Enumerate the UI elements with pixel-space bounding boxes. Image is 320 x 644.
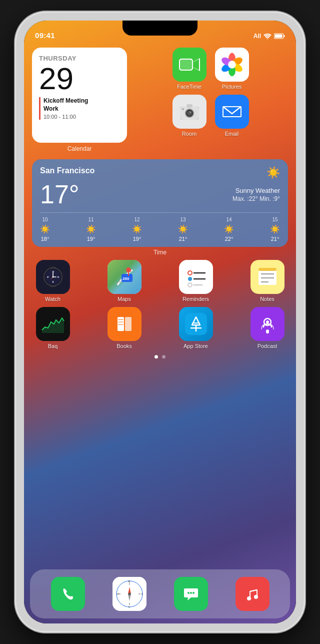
- dock-safari-icon[interactable]: N S W E: [112, 577, 146, 611]
- camera-wrap[interactable]: Room: [170, 95, 208, 137]
- mail-wrap[interactable]: Email: [213, 95, 250, 137]
- podcasts-label: Podcast: [258, 343, 278, 349]
- podcasts-wrap[interactable]: Podcast: [248, 307, 286, 349]
- forecast-hour-4: 14: [226, 217, 232, 222]
- weather-top: San Francisco ☀️: [40, 166, 280, 179]
- maps-wrap[interactable]: 280 Maps: [106, 260, 143, 302]
- svg-rect-18: [186, 104, 192, 108]
- svg-text:N: N: [128, 580, 130, 583]
- forecast-item-1: 11 ☀️ 19°: [86, 217, 96, 242]
- page-dot-2[interactable]: [162, 355, 166, 359]
- forecast-item-0: 10 ☀️ 18°: [40, 217, 50, 242]
- dock: N S W E: [30, 569, 290, 618]
- status-icons: All: [254, 33, 285, 40]
- weather-forecast: 10 ☀️ 18° 11 ☀️ 19° 12 ☀️ 19°: [40, 212, 280, 242]
- svg-point-23: [182, 108, 184, 110]
- svg-rect-3: [275, 35, 282, 38]
- svg-rect-8: [180, 60, 192, 70]
- weather-desc: Sunny Weather Max. :22° Min. :9°: [232, 187, 280, 202]
- stocks-label: Baq: [48, 343, 58, 349]
- dock-phone-icon[interactable]: [51, 577, 85, 611]
- facetime-wrap[interactable]: FaceTime: [170, 48, 208, 90]
- weather-widget[interactable]: San Francisco ☀️ 17° Sunny Weather Max. …: [32, 159, 288, 247]
- svg-text:W: W: [116, 592, 119, 595]
- svg-rect-63: [118, 319, 124, 320]
- forecast-icon-2: ☀️: [132, 224, 142, 234]
- forecast-hour-5: 15: [272, 217, 278, 222]
- weather-city: San Francisco: [40, 166, 94, 175]
- notes-icon[interactable]: [250, 260, 284, 294]
- battery-icon: [274, 33, 285, 39]
- app-row-2: 12 3 6 9 Watch: [32, 260, 288, 302]
- bottom-icon-row: Room: [133, 95, 288, 137]
- dock-music-icon[interactable]: [236, 577, 270, 611]
- svg-rect-24: [221, 104, 243, 120]
- books-icon[interactable]: [108, 307, 142, 341]
- calendar-event: Kickoff MeetingWork 10:00 - 11:00: [39, 97, 120, 120]
- books-label: Books: [116, 343, 132, 349]
- app-row-3: Baq: [32, 307, 288, 349]
- forecast-icon-0: ☀️: [40, 224, 50, 234]
- wallpaper: 09:41 All: [24, 21, 296, 623]
- facetime-icon[interactable]: [172, 48, 206, 82]
- stocks-wrap[interactable]: Baq: [34, 307, 72, 349]
- maps-label: Maps: [118, 296, 131, 302]
- forecast-icon-3: ☀️: [178, 224, 188, 234]
- forecast-hour-0: 10: [42, 217, 48, 222]
- svg-point-84: [128, 593, 130, 595]
- svg-point-0: [267, 38, 268, 39]
- watch-label: Watch: [45, 296, 60, 302]
- calendar-label: Calendar: [32, 145, 127, 152]
- svg-point-73: [266, 320, 269, 324]
- calendar-event-title: Kickoff MeetingWork: [44, 97, 120, 113]
- forecast-temp-1: 19°: [87, 236, 96, 242]
- watch-icon[interactable]: 12 3 6 9: [36, 260, 70, 294]
- stocks-icon[interactable]: [36, 307, 70, 341]
- forecast-hour-1: 11: [88, 217, 94, 222]
- weather-condition: Sunny Weather: [232, 187, 280, 194]
- facetime-label: FaceTime: [177, 84, 202, 90]
- svg-point-15: [228, 61, 236, 69]
- weather-sun-icon: ☀️: [266, 166, 280, 179]
- calendar-widget[interactable]: THURSDAY 29 Kickoff MeetingWork 10:00 - …: [32, 48, 127, 143]
- forecast-temp-0: 18°: [41, 236, 50, 242]
- photos-wrap[interactable]: Pictures: [213, 48, 250, 90]
- appstore-label: App Store: [184, 343, 208, 349]
- weather-minmax: Max. :22° Min. :9°: [232, 195, 280, 202]
- maps-icon[interactable]: 280: [108, 260, 142, 294]
- svg-rect-62: [125, 317, 132, 331]
- camera-icon[interactable]: [172, 95, 206, 129]
- svg-rect-66: [185, 313, 207, 335]
- appstore-icon[interactable]: [179, 307, 213, 341]
- time-label: Time: [32, 249, 288, 256]
- reminders-wrap[interactable]: Reminders: [177, 260, 214, 302]
- svg-point-21: [187, 111, 192, 116]
- svg-rect-57: [258, 268, 276, 271]
- watch-wrap[interactable]: 12 3 6 9 Watch: [34, 260, 72, 302]
- appstore-wrap[interactable]: App Store: [177, 307, 214, 349]
- reminders-icon[interactable]: [179, 260, 213, 294]
- page-dot-1[interactable]: [154, 355, 158, 359]
- photos-icon[interactable]: [215, 48, 249, 82]
- svg-point-95: [247, 596, 251, 600]
- svg-text:12: 12: [52, 270, 54, 273]
- status-time: 09:41: [35, 31, 55, 40]
- forecast-icon-1: ☀️: [86, 224, 96, 234]
- photos-label: Pictures: [222, 84, 242, 90]
- forecast-hour-3: 13: [180, 217, 186, 222]
- svg-rect-2: [284, 35, 285, 37]
- top-icon-row: FaceTime: [133, 48, 288, 90]
- mail-label: Email: [225, 131, 239, 137]
- phone-frame: 09:41 All: [15, 12, 305, 632]
- weather-temp-row: 17° Sunny Weather Max. :22° Min. :9°: [40, 181, 280, 207]
- svg-rect-64: [118, 321, 124, 323]
- notes-wrap[interactable]: Notes: [248, 260, 286, 302]
- home-content: THURSDAY 29 Kickoff MeetingWork 10:00 - …: [24, 43, 296, 623]
- svg-point-90: [188, 592, 190, 594]
- books-wrap[interactable]: Books: [106, 307, 143, 349]
- podcasts-icon[interactable]: [250, 307, 284, 341]
- svg-point-44: [126, 267, 131, 272]
- dock-messages-icon[interactable]: [174, 577, 208, 611]
- forecast-item-4: 14 ☀️ 22°: [224, 217, 234, 242]
- mail-icon[interactable]: [215, 95, 249, 129]
